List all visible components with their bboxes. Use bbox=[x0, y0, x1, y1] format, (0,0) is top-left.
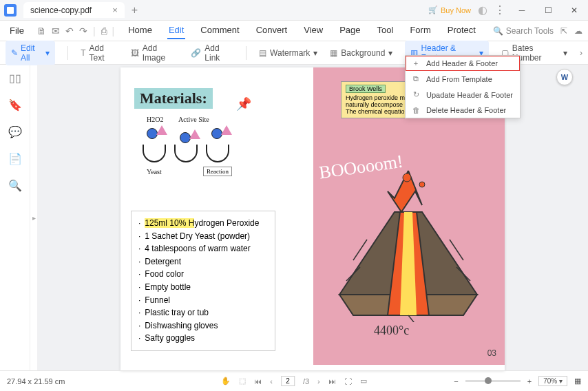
text-icon: T bbox=[81, 48, 85, 58]
select-tool-icon[interactable]: ⬚ bbox=[239, 377, 246, 385]
menu-form[interactable]: Form bbox=[408, 22, 432, 39]
yeast-diagram: H2O2 Active Site Yeast Reaction bbox=[134, 116, 244, 191]
menubar: File 🗎 ✉ ↶ ↷ | ⎙ | Home Edit Comment Con… bbox=[0, 21, 588, 41]
menu-protect[interactable]: Protect bbox=[446, 22, 477, 39]
watermark-button[interactable]: ▤Watermark ▾ bbox=[259, 48, 317, 58]
word-badge-icon[interactable]: W bbox=[556, 69, 573, 85]
add-image-button[interactable]: 🖼Add Image bbox=[131, 43, 179, 63]
page-dimensions: 27.94 x 21.59 cm bbox=[7, 377, 65, 385]
zoom-out-icon[interactable]: − bbox=[454, 377, 458, 385]
image-icon: 🖼 bbox=[131, 48, 139, 58]
comment-icon[interactable]: 💬 bbox=[8, 125, 22, 138]
background-button[interactable]: ▦Background ▾ bbox=[330, 48, 392, 58]
last-page-icon[interactable]: ⏭ bbox=[328, 377, 336, 385]
svg-point-2 bbox=[403, 173, 411, 182]
fit-page-icon[interactable]: ⛶ bbox=[344, 377, 352, 385]
page-number: 03 bbox=[487, 348, 496, 358]
file-menu[interactable]: File bbox=[6, 24, 28, 37]
temperature-label: 4400°c bbox=[374, 324, 409, 338]
add-text-button[interactable]: TAdd Text bbox=[81, 43, 118, 63]
menu-page[interactable]: Page bbox=[338, 22, 361, 39]
redo-icon[interactable]: ↷ bbox=[79, 25, 87, 36]
note-author: Brook Wells bbox=[346, 85, 386, 93]
bookmark-icon[interactable]: 🔖 bbox=[8, 98, 22, 112]
list-item: ·1 Sachet Dry Yeast (powder) bbox=[138, 230, 268, 243]
page-total: /3 bbox=[303, 377, 309, 385]
watermark-icon: ▤ bbox=[259, 48, 266, 58]
background-icon: ▦ bbox=[330, 48, 337, 58]
view-mode-icon[interactable]: ▦ bbox=[574, 377, 581, 385]
refresh-icon: ↻ bbox=[411, 90, 421, 99]
edit-all-button[interactable]: ✎ Edit All ▾ bbox=[6, 41, 55, 65]
list-item: ·Plastic tray or tub bbox=[138, 306, 268, 319]
page-1: Materials: 📌 H2O2 Active Site Yeast Reac… bbox=[120, 67, 312, 365]
plus-icon: + bbox=[411, 59, 421, 67]
attachment-icon[interactable]: 📄 bbox=[8, 152, 22, 165]
list-item: ·Empty bottle bbox=[138, 281, 268, 294]
pin-icon[interactable]: 📌 bbox=[236, 96, 251, 112]
zoom-in-icon[interactable]: + bbox=[527, 377, 532, 385]
app-icon bbox=[0, 0, 21, 21]
menu-tool[interactable]: Tool bbox=[376, 22, 395, 39]
h2o2-label: H2O2 bbox=[147, 116, 163, 123]
hand-tool-icon[interactable]: ✋ bbox=[221, 377, 231, 385]
search-icon[interactable]: 🔍 bbox=[8, 179, 22, 192]
mail-icon[interactable]: ✉ bbox=[52, 25, 60, 36]
more-icon[interactable]: ⋮ bbox=[494, 3, 505, 17]
maximize-button[interactable]: ☐ bbox=[538, 1, 558, 20]
minimize-button[interactable]: ─ bbox=[512, 1, 532, 20]
materials-list: ·125ml 10% Hydrogen Peroxide ·1 Sachet D… bbox=[131, 211, 275, 351]
menu-comment[interactable]: Comment bbox=[199, 22, 240, 39]
search-tools[interactable]: 🔍 Search Tools bbox=[493, 26, 554, 36]
left-sidebar: ▯▯ 🔖 💬 📄 🔍 bbox=[0, 65, 30, 370]
list-item: ·Funnel bbox=[138, 294, 268, 307]
menu-edit[interactable]: Edit bbox=[167, 22, 185, 39]
add-link-button[interactable]: 🔗Add Link bbox=[191, 43, 233, 63]
close-tab-icon[interactable]: × bbox=[112, 5, 118, 15]
user-icon[interactable]: ◐ bbox=[478, 3, 487, 17]
zoom-slider[interactable] bbox=[465, 380, 521, 382]
list-item: ·4 tablespoons of warm water bbox=[138, 242, 268, 255]
titlebar: science-copy.pdf × + 🛒 Buy Now ◐ ⋮ ─ ☐ ✕ bbox=[0, 0, 588, 21]
active-site-label: Active Site bbox=[178, 116, 209, 123]
add-tab-button[interactable]: + bbox=[132, 4, 138, 17]
list-item: ·125ml 10% Hydrogen Peroxide bbox=[138, 217, 268, 230]
svg-point-3 bbox=[419, 182, 425, 187]
share-icon[interactable]: ⇱ bbox=[560, 26, 567, 36]
menu-home[interactable]: Home bbox=[127, 22, 154, 39]
fit-width-icon[interactable]: ▭ bbox=[360, 377, 367, 385]
save-icon[interactable]: 🗎 bbox=[36, 25, 46, 36]
dropdown-add-from-template[interactable]: ⧉Add From Template bbox=[406, 71, 520, 87]
zoom-value[interactable]: 70% ▾ bbox=[538, 376, 567, 386]
buy-now-link[interactable]: 🛒 Buy Now bbox=[428, 6, 471, 14]
statusbar: 27.94 x 21.59 cm ✋ ⬚ ⏮ ‹ /3 › ⏭ ⛶ ▭ − + … bbox=[0, 370, 588, 391]
reaction-label: Reaction bbox=[203, 167, 232, 176]
prev-page-icon[interactable]: ‹ bbox=[270, 377, 273, 385]
svg-rect-1 bbox=[7, 7, 14, 14]
print-icon[interactable]: ⎙ bbox=[101, 25, 107, 36]
undo-icon[interactable]: ↶ bbox=[65, 25, 74, 36]
first-page-icon[interactable]: ⏮ bbox=[254, 377, 262, 385]
list-item: ·Safty goggles bbox=[138, 332, 268, 345]
link-icon: 🔗 bbox=[191, 48, 201, 58]
trash-icon: 🗑 bbox=[411, 106, 421, 114]
tab-filename: science-copy.pdf bbox=[30, 6, 92, 15]
dropdown-update-header-footer[interactable]: ↻Upadate Header & Footer bbox=[406, 87, 520, 103]
header-footer-dropdown: +Add Header & Footer ⧉Add From Template … bbox=[405, 55, 521, 118]
thumbnails-icon[interactable]: ▯▯ bbox=[9, 72, 21, 85]
page-input[interactable] bbox=[281, 376, 295, 386]
close-window-button[interactable]: ✕ bbox=[565, 1, 584, 20]
next-page-icon[interactable]: › bbox=[317, 377, 320, 385]
document-tab[interactable]: science-copy.pdf × bbox=[23, 2, 125, 18]
chevron-right-icon[interactable]: › bbox=[580, 48, 582, 58]
divider bbox=[67, 46, 68, 60]
dropdown-delete-header-footer[interactable]: 🗑Delete Header & Footer bbox=[406, 103, 520, 118]
cloud-icon[interactable]: ☁ bbox=[574, 26, 582, 36]
menu-view[interactable]: View bbox=[302, 22, 324, 39]
menu-convert[interactable]: Convert bbox=[255, 22, 289, 39]
panel-handle[interactable]: ▸ bbox=[30, 65, 37, 370]
template-icon: ⧉ bbox=[411, 74, 421, 83]
dropdown-add-header-footer[interactable]: +Add Header & Footer bbox=[406, 56, 520, 71]
materials-heading: Materials: bbox=[134, 88, 213, 109]
list-item: ·Dishwashing gloves bbox=[138, 319, 268, 332]
